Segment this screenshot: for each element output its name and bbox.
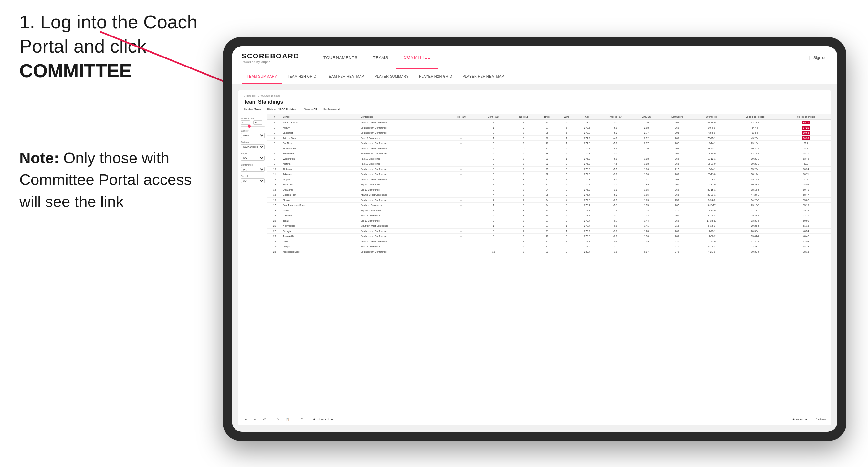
col-school[interactable]: School [281, 114, 359, 120]
sign-out-button[interactable]: Sign out [813, 56, 828, 60]
rank-cell: 7 [268, 151, 281, 156]
adj-cell: 276.3 [576, 187, 598, 192]
table-row: 7 Tennessee Southeastern Conference — 4 … [268, 151, 831, 156]
conf-cell: Pac-12 Conference [360, 156, 445, 161]
toolbar-copy[interactable]: ⧉ [275, 417, 280, 422]
toolbar-settings[interactable]: ⏱ [299, 417, 305, 422]
col-pts[interactable]: Vs Top 50 Points [781, 114, 831, 120]
app-header: SCOREBOARD Powered by clippd TOURNAMENTS… [232, 46, 837, 69]
col-low-sg[interactable]: Low Score [660, 114, 694, 120]
rnds-cell: 26 [537, 136, 557, 141]
col-adj[interactable]: Adj. [576, 114, 598, 120]
col-reg-rank[interactable]: Reg Rank [445, 114, 476, 120]
subnav-team-h2h-heatmap[interactable]: TEAM H2H HEATMAP [321, 69, 369, 84]
gender-select[interactable]: Men's [241, 133, 265, 138]
to-par-cell: -3.8 [598, 229, 633, 234]
overall-cell: 15-32-0 [694, 182, 729, 187]
watch-btn[interactable]: 👁 Watch ▾ [792, 418, 807, 421]
view-original-btn[interactable]: 👁 View: Original [313, 418, 335, 421]
no-tour-cell: 8 [510, 177, 537, 182]
subnav-team-h2h-grid[interactable]: TEAM H2H GRID [282, 69, 321, 84]
toolbar-redo[interactable]: ↪ [253, 417, 258, 422]
pts-cell: 38.13 [781, 249, 831, 254]
overall-cell: 9-24-0 [694, 198, 729, 203]
table-row: 1 North Carolina Atlantic Coast Conferen… [268, 120, 831, 125]
wins-cell: 6 [557, 130, 576, 136]
nav-teams[interactable]: TEAMS [365, 46, 396, 69]
avg-sg-cell: 1.55 [633, 203, 660, 208]
school-select[interactable]: (All) [241, 178, 265, 183]
avg-sg-cell: 2.01 [633, 177, 660, 182]
vs25-cell: 38-6-0 [729, 130, 781, 136]
col-to-par[interactable]: Avg. to Par [598, 114, 633, 120]
no-tour-cell: 8 [510, 208, 537, 213]
to-par-cell: -6.0 [598, 125, 633, 130]
share-btn[interactable]: ⤴ Share [815, 418, 826, 421]
nav-committee[interactable]: COMMITTEE [396, 46, 438, 69]
nav-tournaments[interactable]: TOURNAMENTS [316, 46, 365, 69]
pts-cell: 80.98 [781, 136, 831, 141]
conf-rank-cell: 1 [477, 208, 510, 213]
avg-sg-cell: 1.85 [633, 182, 660, 187]
overall-cell: 12-14-1 [694, 141, 729, 146]
conference-filter-label: Conference [241, 164, 265, 166]
toolbar-refresh[interactable]: ↺ [262, 417, 267, 422]
avg-sg-cell: 1.63 [633, 198, 660, 203]
col-avg-sg[interactable]: Avg. SG [633, 114, 660, 120]
rank-cell: 6 [268, 146, 281, 151]
standings-table: # School Conference Reg Rank Conf Rank N… [268, 114, 831, 254]
vs25-cell: 35-29-1 [729, 167, 781, 172]
no-tour-cell: 8 [510, 249, 537, 254]
subnav-team-summary[interactable]: TEAM SUMMARY [242, 69, 282, 84]
rank-cell: 10 [268, 167, 281, 172]
rnds-cell: 27 [537, 182, 557, 187]
col-conference[interactable]: Conference [360, 114, 445, 120]
min-rounds-input[interactable] [241, 121, 250, 125]
rounds-slider-thumb [248, 125, 251, 128]
conf-cell: Pac-12 Conference [360, 244, 445, 249]
adj-cell: 276.3 [576, 177, 598, 182]
col-conf-rank[interactable]: Conf Rank [477, 114, 510, 120]
no-tour-cell: 8 [510, 130, 537, 136]
share-icon: ⤴ [815, 418, 817, 421]
col-rnds[interactable]: Rnds [537, 114, 557, 120]
rnds-cell: 26 [537, 192, 557, 198]
subnav-player-h2h-grid[interactable]: PLAYER H2H GRID [414, 69, 458, 84]
vs25-cell: 29-15-1 [729, 141, 781, 146]
to-par-cell: -6.0 [598, 177, 633, 182]
reg-rank-cell: — [445, 120, 476, 125]
logo-area: SCOREBOARD Powered by clippd [242, 52, 300, 64]
tablet-device: SCOREBOARD Powered by clippd TOURNAMENTS… [223, 37, 846, 441]
reg-rank-cell: — [445, 203, 476, 208]
wins-cell: 2 [557, 187, 576, 192]
wins-cell: 0 [557, 234, 576, 239]
conf-cell: Atlantic Coast Conference [360, 239, 445, 244]
conf-cell: Pac-12 Conference [360, 136, 445, 141]
division-select[interactable]: NCAA Division I [241, 144, 265, 149]
table-row: 4 Arizona State Pac-12 Conference — 1 8 … [268, 136, 831, 141]
reg-rank-cell: — [445, 151, 476, 156]
col-no-tour[interactable]: No Tour [510, 114, 537, 120]
view-icon: 👁 [313, 418, 316, 421]
logo-text: SCOREBOARD [242, 52, 300, 60]
toolbar-paste[interactable]: 📋 [284, 417, 290, 422]
col-overall[interactable]: Overall Rd. [694, 114, 729, 120]
school-filter-group: School (All) [241, 175, 265, 183]
subnav-player-h2h-heatmap[interactable]: PLAYER H2H HEATMAP [458, 69, 509, 84]
pts-cell: 50.91 [781, 218, 831, 223]
avg-sg-cell: 1.21 [633, 244, 660, 249]
pts-cell: 71.7 [781, 141, 831, 146]
subnav-player-summary[interactable]: PLAYER SUMMARY [369, 69, 414, 84]
col-wins[interactable]: Wins [557, 114, 576, 120]
region-select[interactable]: N/A [241, 156, 265, 160]
sign-out-area: | Sign out [809, 56, 828, 60]
overall-cell: 13-24-1 [694, 167, 729, 172]
rank-cell: 11 [268, 172, 281, 177]
toolbar-undo[interactable]: ↩ [244, 417, 249, 422]
low-sg-cell: 271 [660, 208, 694, 213]
rounds-slider[interactable] [241, 126, 265, 127]
col-vs25[interactable]: Vs Top 25 Record [729, 114, 781, 120]
conference-select[interactable]: (All) [241, 167, 265, 172]
wins-cell: 1 [557, 136, 576, 141]
max-rounds-input[interactable] [253, 121, 262, 125]
